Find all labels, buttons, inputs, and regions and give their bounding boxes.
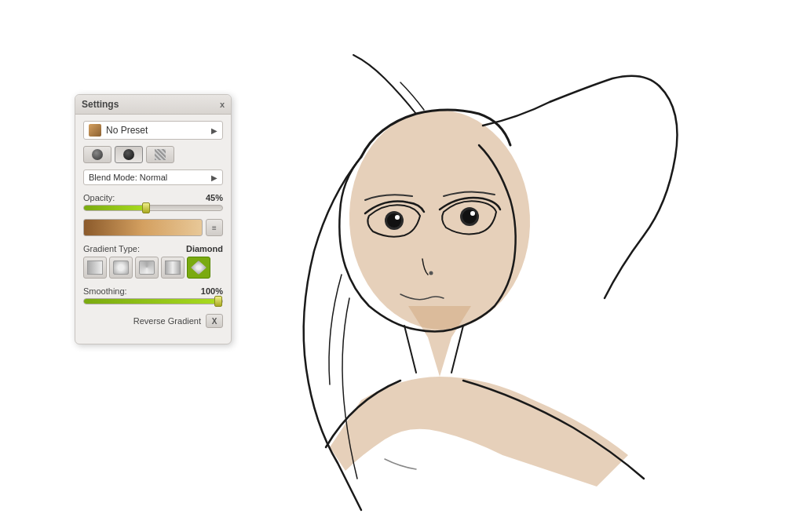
drawing-canvas[interactable] <box>0 0 804 532</box>
